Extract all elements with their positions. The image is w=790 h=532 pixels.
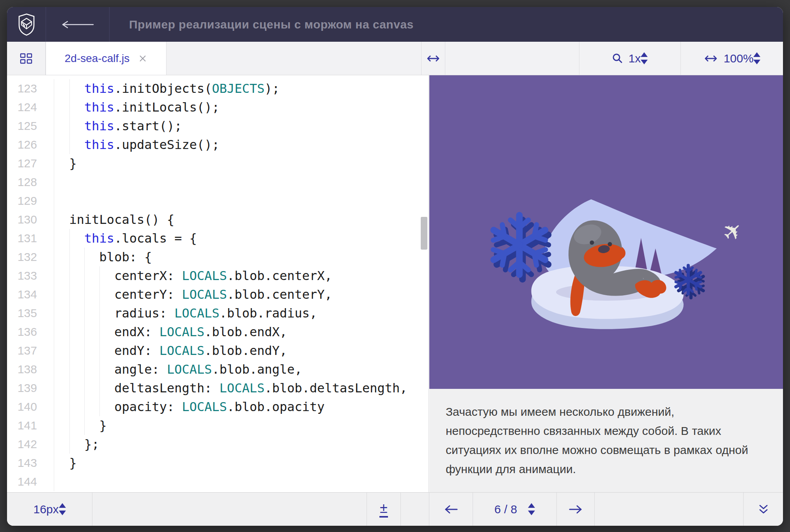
panel-splitter-handle[interactable] [421, 42, 445, 75]
prev-slide-button[interactable] [429, 493, 473, 526]
code-line: 132 blob: { [7, 248, 429, 266]
code-line: 131 this.locals = { [7, 229, 429, 248]
resize-horizontal-icon [426, 54, 441, 63]
code-line: 124 this.initLocals(); [7, 98, 429, 117]
font-size-value: 16px [33, 503, 58, 516]
scale-stepper[interactable] [641, 52, 648, 64]
code-text[interactable]: this.start(); [54, 117, 429, 135]
next-arrow-icon [568, 504, 583, 514]
next-slide-button[interactable] [557, 493, 595, 526]
line-number: 134 [7, 285, 37, 304]
prev-arrow-icon [443, 504, 459, 514]
line-number: 140 [7, 397, 37, 416]
code-text[interactable]: } [54, 416, 429, 435]
code-text[interactable]: endX: LOCALS.blob.endX, [54, 323, 429, 341]
grid-icon [20, 53, 32, 64]
code-text[interactable]: this.updateSize(); [54, 135, 429, 154]
code-text[interactable] [54, 192, 429, 210]
code-line: 128 [7, 173, 429, 192]
code-text[interactable]: } [54, 454, 429, 472]
indent-guide [69, 397, 70, 416]
code-line: 123 this.initObjects(OBJECTS); [7, 79, 429, 98]
indent-guide [84, 248, 85, 266]
code-text[interactable] [54, 472, 429, 491]
logo-button[interactable] [7, 7, 46, 42]
page-stepper[interactable] [528, 503, 535, 515]
indent-guide [69, 285, 70, 304]
back-button[interactable] [46, 7, 110, 42]
code-line: 144 [7, 472, 429, 491]
page-value: 6 / 8 [494, 503, 517, 516]
indent-guide [69, 229, 70, 248]
code-line: 126 this.updateSize(); [7, 135, 429, 154]
code-text[interactable]: radius: LOCALS.blob.radius, [54, 304, 429, 323]
code-text[interactable]: angle: LOCALS.blob.angle, [54, 360, 429, 379]
font-size-stepper[interactable] [59, 503, 66, 515]
code-line: 142 }; [7, 435, 429, 454]
line-number: 135 [7, 304, 37, 323]
stepper-up-icon[interactable] [59, 503, 66, 508]
code-line: 143 } [7, 454, 429, 472]
code-text[interactable]: blob: { [54, 248, 429, 266]
scale-control: 1x [579, 42, 680, 75]
code-editor[interactable]: 123 this.initObjects(OBJECTS);124 this.i… [7, 75, 429, 492]
code-text[interactable]: this.locals = { [54, 229, 429, 248]
line-number: 126 [7, 135, 37, 154]
code-line: 125 this.start(); [7, 117, 429, 135]
tab-label: 2d-sea-calf.js [65, 52, 130, 65]
slide-description-panel: Зачастую мы имеем несколько движений, не… [429, 389, 783, 492]
line-number: 138 [7, 360, 37, 379]
code-line: 129 [7, 192, 429, 210]
indent-guide [69, 248, 70, 266]
stepper-up-icon[interactable] [528, 503, 535, 508]
scale-value: 1x [629, 52, 641, 65]
zoom-icon [612, 53, 623, 64]
stepper-down-icon[interactable] [528, 511, 535, 515]
code-text[interactable]: centerX: LOCALS.blob.centerX, [54, 266, 429, 285]
width-stepper[interactable] [753, 52, 760, 64]
code-lines: 123 this.initObjects(OBJECTS);124 this.i… [7, 79, 429, 491]
indent-guide [99, 285, 100, 304]
editor-scrollbar-thumb[interactable] [421, 217, 427, 250]
indent-guide [69, 79, 70, 98]
stepper-up-icon[interactable] [641, 52, 648, 57]
stepper-down-icon[interactable] [641, 60, 648, 64]
double-chevron-down-icon [758, 503, 769, 516]
line-number: 125 [7, 117, 37, 135]
line-number: 124 [7, 98, 37, 117]
collapse-panel-button[interactable] [743, 493, 783, 526]
indent-guide [84, 285, 85, 304]
toggle-diff-button[interactable]: ± [367, 493, 401, 526]
stepper-up-icon[interactable] [753, 52, 760, 57]
code-line: 137 endY: LOCALS.blob.endY, [7, 341, 429, 360]
code-text[interactable]: }; [54, 435, 429, 454]
layout-grid-button[interactable] [7, 42, 46, 75]
line-number: 123 [7, 79, 37, 98]
code-text[interactable]: opacity: LOCALS.blob.opacity [54, 397, 429, 416]
seal-eye [608, 242, 612, 246]
code-line: 134 centerY: LOCALS.blob.centerY, [7, 285, 429, 304]
code-text[interactable]: } [54, 154, 429, 173]
indent-guide [84, 360, 85, 379]
indent-guide [99, 304, 100, 323]
code-text[interactable]: centerY: LOCALS.blob.centerY, [54, 285, 429, 304]
indent-guide [84, 323, 85, 341]
line-number: 144 [7, 472, 37, 491]
close-icon[interactable] [138, 54, 147, 63]
code-text[interactable]: deltasLength: LOCALS.blob.deltasLength, [54, 379, 429, 397]
code-line: 135 radius: LOCALS.blob.radius, [7, 304, 429, 323]
line-number: 130 [7, 210, 37, 229]
top-bar: Пример реализации сцены с моржом на canv… [7, 7, 783, 42]
code-text[interactable]: endY: LOCALS.blob.endY, [54, 341, 429, 360]
tab-2d-sea-calf[interactable]: 2d-sea-calf.js [46, 42, 167, 75]
code-line: 140 opacity: LOCALS.blob.opacity [7, 397, 429, 416]
code-text[interactable]: initLocals() { [54, 210, 429, 229]
line-number: 133 [7, 266, 37, 285]
indent-guide [84, 379, 85, 397]
stepper-down-icon[interactable] [59, 511, 66, 515]
stepper-down-icon[interactable] [753, 60, 760, 64]
code-line: 130 initLocals() { [7, 210, 429, 229]
code-text[interactable] [54, 173, 429, 192]
code-text[interactable]: this.initLocals(); [54, 98, 429, 117]
code-text[interactable]: this.initObjects(OBJECTS); [54, 79, 429, 98]
